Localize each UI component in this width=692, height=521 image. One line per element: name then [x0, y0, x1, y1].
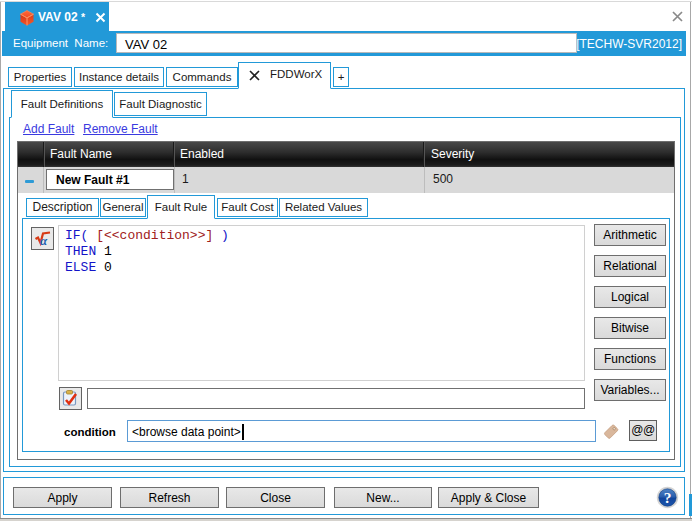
svg-text:α: α	[40, 233, 48, 248]
svg-text:?: ?	[664, 489, 672, 506]
